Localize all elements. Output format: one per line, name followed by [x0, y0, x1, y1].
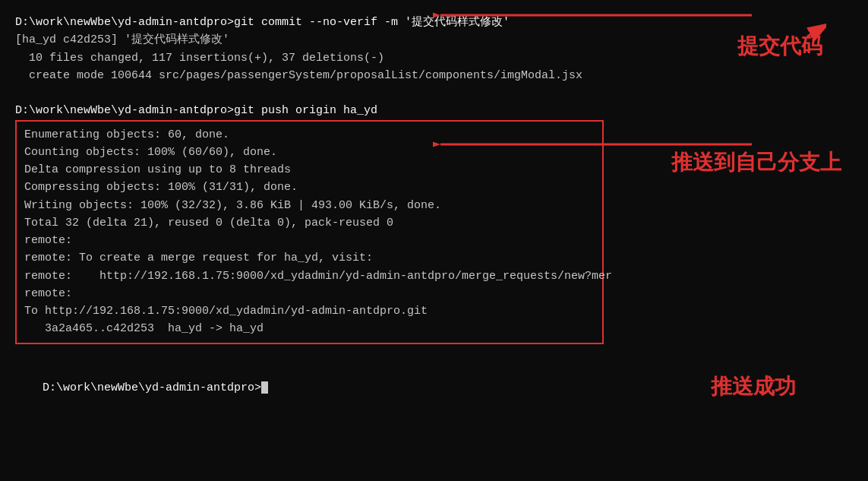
push-line-6: Total 32 (delta 21), reused 0 (delta 0),…	[24, 214, 595, 232]
cmd-push-line: D:\work\newWbe\yd-admin-antdpro>git push…	[15, 102, 853, 119]
push-line-7: remote:	[24, 232, 595, 249]
commit-result-3: create mode 100644 src/pages/passengerSy…	[15, 67, 853, 84]
push-line-3: Delta compression using up to 8 threads	[24, 161, 595, 179]
svg-line-1	[807, 23, 826, 36]
push-line-4: Compressing objects: 100% (31/31), done.	[24, 179, 595, 196]
commit-result-2: 10 files changed, 117 insertions(+), 37 …	[15, 49, 853, 67]
push-line-11: To http://192.168.1.75:9000/xd_ydadmin/y…	[24, 302, 595, 320]
push-line-12: 3a2a465..c42d253 ha_yd -> ha_yd	[24, 320, 595, 337]
cursor-block	[261, 381, 268, 394]
push-line-9: remote: http://192.168.1.75:9000/xd_ydad…	[24, 267, 595, 285]
empty-line-2	[15, 344, 853, 362]
push-line-5: Writing objects: 100% (32/32), 3.86 KiB …	[24, 197, 595, 214]
push-line-8: remote: To create a merge request for ha…	[24, 249, 595, 267]
arrow-commit-left	[433, 4, 752, 27]
arrow-push-branch	[433, 133, 752, 156]
terminal: D:\work\newWbe\yd-admin-antdpro>git comm…	[0, 0, 868, 481]
annotation-push-success: 推送成功	[711, 372, 796, 401]
push-line-10: remote:	[24, 285, 595, 302]
empty-line-1	[15, 84, 853, 102]
